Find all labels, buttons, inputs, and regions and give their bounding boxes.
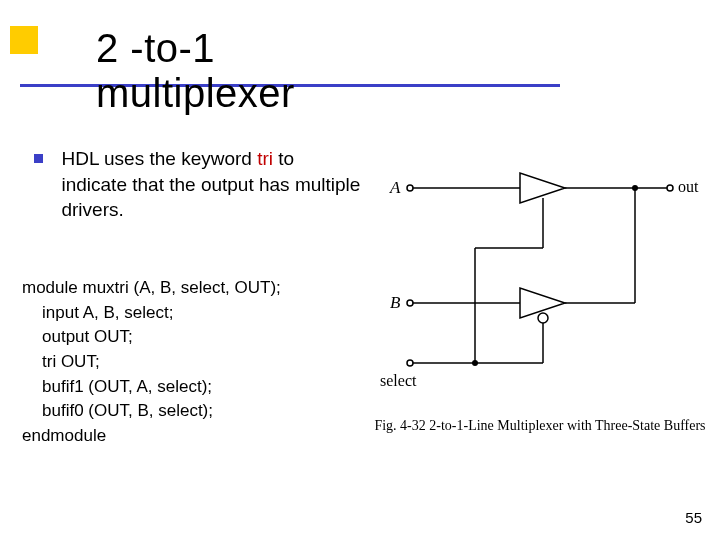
title-accent-square xyxy=(10,26,38,54)
figure-caption: Fig. 4-32 2-to-1-Line Multiplexer with T… xyxy=(370,418,710,434)
figure-label-b: B xyxy=(390,293,401,312)
code-line: bufif1 (OUT, A, select); xyxy=(42,375,281,400)
code-line: output OUT; xyxy=(42,325,281,350)
svg-point-18 xyxy=(667,185,673,191)
bullet-icon xyxy=(34,154,43,163)
slide-title: 2 -to-1 multiplexer xyxy=(96,26,295,116)
svg-point-15 xyxy=(407,185,413,191)
svg-point-17 xyxy=(407,360,413,366)
keyword-tri: tri xyxy=(257,148,273,169)
code-line: tri OUT; xyxy=(42,350,281,375)
figure-label-a: A xyxy=(389,178,401,197)
bullet-text: HDL uses the keyword tri to indicate tha… xyxy=(61,146,361,223)
figure-label-out: out xyxy=(678,178,699,195)
bullet-text-pre: HDL uses the keyword xyxy=(61,148,257,169)
svg-point-10 xyxy=(632,185,638,191)
code-line: module muxtri (A, B, select, OUT); xyxy=(22,276,281,301)
svg-point-16 xyxy=(407,300,413,306)
page-number: 55 xyxy=(685,509,702,526)
code-line: endmodule xyxy=(22,424,281,449)
code-block: module muxtri (A, B, select, OUT); input… xyxy=(22,276,281,448)
slide: 2 -to-1 multiplexer HDL uses the keyword… xyxy=(0,0,720,540)
svg-point-14 xyxy=(472,360,478,366)
svg-point-6 xyxy=(538,313,548,323)
code-line: input A, B, select; xyxy=(42,301,281,326)
figure-label-select: select xyxy=(380,372,417,389)
circuit-diagram: A B out select xyxy=(380,148,700,428)
code-line: bufif0 (OUT, B, select); xyxy=(42,399,281,424)
bullet-item: HDL uses the keyword tri to indicate tha… xyxy=(34,146,369,223)
